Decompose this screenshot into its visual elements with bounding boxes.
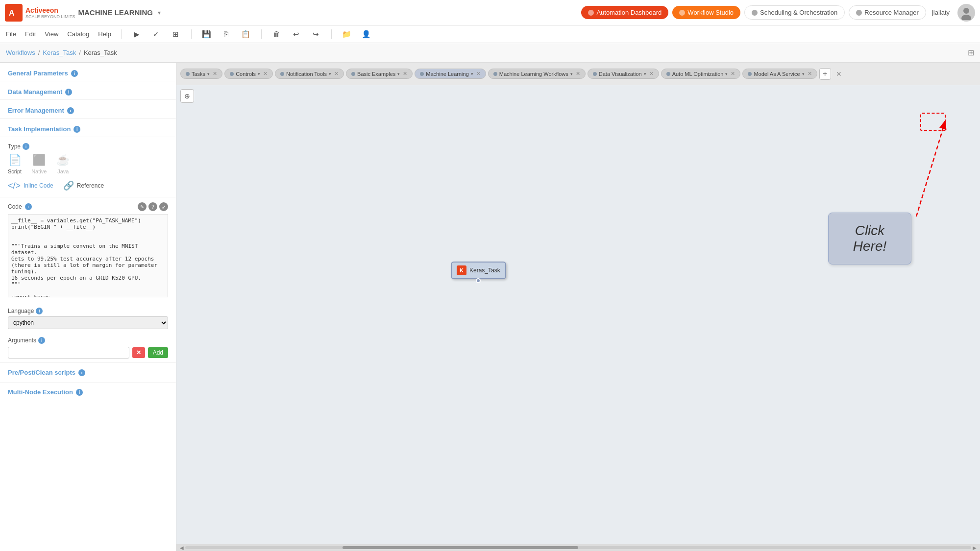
tab-automl-close[interactable]: ✕ [731,71,735,77]
tab-basic-close[interactable]: ✕ [403,71,407,77]
code-edit-btn[interactable]: ✎ [138,202,147,211]
tab-model-arrow[interactable]: ▾ [802,72,805,76]
copy-btn[interactable]: ⎘ [220,28,233,41]
breadcrumb-workflows[interactable]: Workflows [6,49,35,56]
menu-view[interactable]: View [44,28,59,40]
grid-toggle-btn[interactable]: ⊞ [968,48,974,57]
schedule-btn-icon [752,10,758,16]
code-expand-btn[interactable]: ⤢ [159,202,168,211]
breadcrumb-current: Keras_Task [84,49,117,56]
tab-viz-arrow[interactable]: ▾ [644,72,646,76]
keras-task-icon: K [457,265,466,275]
brand-sub: SCALE BEYOND LIMITS [25,14,75,19]
tab-ml-arrow[interactable]: ▾ [471,72,473,76]
tab-tasks-close[interactable]: ✕ [213,71,217,77]
tab-notification-tools[interactable]: Notification Tools ▾ ✕ [275,69,344,79]
tab-data-viz[interactable]: Data Visualization ▾ ✕ [588,69,659,79]
workflow-canvas[interactable]: ⊕ K Keras_Task ClickHere! [176,85,980,544]
reference-option[interactable]: 🔗 Reference [63,180,104,191]
user-avatar[interactable] [957,4,975,22]
scroll-track[interactable] [185,546,971,549]
type-native-option[interactable]: ⬛ Native [31,154,47,174]
scheduling-btn[interactable]: Scheduling & Orchestration [744,5,845,20]
tab-model-close[interactable]: ✕ [808,71,812,77]
automation-dashboard-btn[interactable]: Automation Dashboard [581,6,668,19]
tab-tasks-icon [186,72,190,76]
grid-btn[interactable]: ⊞ [170,28,182,41]
arguments-row: ✕ Add [8,347,168,359]
tab-ml-workflows[interactable]: Machine Learning Workflows ▾ ✕ [488,69,586,79]
tab-model-service[interactable]: Model As A Service ▾ ✕ [742,69,817,79]
menu-catalog[interactable]: Catalog [66,28,90,40]
multi-node-section[interactable]: Multi-Node Execution i [0,382,176,402]
click-here-callout[interactable]: ClickHere! [828,213,911,264]
canvas-area: Tasks ▾ ✕ Controls ▾ ✕ Notification Tool… [176,63,980,551]
tab-basic-icon [351,72,355,76]
arguments-input[interactable] [8,347,129,359]
username-label[interactable]: jlailaty [932,9,950,16]
general-params-info-icon: i [71,70,78,77]
bottom-scrollbar[interactable]: ◀ ▶ [176,544,980,551]
logo-text: Activeeon SCALE BEYOND LIMITS [25,6,75,19]
tab-mlw-arrow[interactable]: ▾ [570,72,573,76]
tab-auto-ml[interactable]: Auto ML Optimization ▾ ✕ [661,69,741,79]
tab-notification-close[interactable]: ✕ [334,71,339,77]
panel-resize-handle[interactable] [173,63,176,551]
menu-bar: File Edit View Catalog Help ▶ ✓ ⊞ 💾 ⎘ 📋 … [0,25,980,43]
tab-machine-learning[interactable]: Machine Learning ▾ ✕ [415,69,486,79]
type-script-option[interactable]: 📄 Script [8,154,22,174]
arguments-clear-btn[interactable]: ✕ [132,347,145,358]
check-btn[interactable]: ✓ [150,28,163,41]
arguments-add-btn[interactable]: Add [148,347,168,358]
scroll-right-btn[interactable]: ▶ [971,544,978,551]
tab-automl-arrow[interactable]: ▾ [725,72,728,76]
menu-file[interactable]: File [5,28,17,40]
tab-controls-close[interactable]: ✕ [263,71,268,77]
tab-controls[interactable]: Controls ▾ ✕ [224,69,273,79]
paste-btn[interactable]: 📋 [240,28,252,41]
tab-close-all-btn[interactable]: ✕ [833,68,845,80]
folder-btn[interactable]: 📁 [341,28,353,41]
menu-help[interactable]: Help [97,28,112,40]
code-help-btn[interactable]: ? [148,202,157,211]
language-select[interactable]: cpython jython groovy bash r [8,316,168,329]
script-icon: 📄 [8,154,22,167]
redo-btn[interactable]: ↪ [310,28,322,41]
save-btn[interactable]: 💾 [200,28,213,41]
error-management-section[interactable]: Error Management i [0,100,176,119]
task-implementation-section[interactable]: Task Implementation i [0,119,176,137]
data-management-info-icon: i [65,89,72,96]
general-params-section[interactable]: General Parameters i [0,63,176,81]
reference-icon: 🔗 [63,180,74,191]
breadcrumb-parent[interactable]: Keras_Task [43,49,76,56]
tab-controls-arrow[interactable]: ▾ [258,72,260,76]
keras-task-node[interactable]: K Keras_Task [451,262,506,279]
resource-manager-btn[interactable]: Resource Manager [849,5,926,20]
tab-ml-icon [420,72,424,76]
inline-code-option[interactable]: </> Inline Code [8,180,53,191]
undo-btn[interactable]: ↩ [290,28,303,41]
run-btn[interactable]: ▶ [130,28,143,41]
type-java-option[interactable]: ☕ Java [56,154,70,174]
arguments-info-icon: i [38,337,45,344]
tab-mlw-close[interactable]: ✕ [576,71,580,77]
tab-basic-arrow[interactable]: ▾ [397,72,400,76]
tab-basic-examples[interactable]: Basic Examples ▾ ✕ [346,69,413,79]
prepost-section[interactable]: Pre/Post/Clean scripts i [0,362,176,382]
toolbar-separator-3 [261,29,262,39]
tab-viz-close[interactable]: ✕ [649,71,654,77]
menu-edit[interactable]: Edit [24,28,37,40]
tab-tasks-arrow[interactable]: ▾ [207,72,210,76]
tab-notification-arrow[interactable]: ▾ [329,72,331,76]
workflow-studio-btn[interactable]: Workflow Studio [672,6,740,19]
data-management-section[interactable]: Data Management i [0,81,176,100]
tab-ml-close[interactable]: ✕ [476,71,481,77]
code-editor[interactable]: __file__ = variables.get("PA_TASK_NAME")… [8,214,168,297]
scroll-left-btn[interactable]: ◀ [178,544,185,551]
center-view-btn[interactable]: ⊕ [180,89,194,103]
tab-add-btn[interactable]: + [819,68,831,80]
app-title-dropdown-icon[interactable]: ▾ [158,9,161,16]
user-mgmt-btn[interactable]: 👤 [360,28,373,41]
delete-btn[interactable]: 🗑 [270,28,283,41]
tab-tasks[interactable]: Tasks ▾ ✕ [180,69,222,79]
